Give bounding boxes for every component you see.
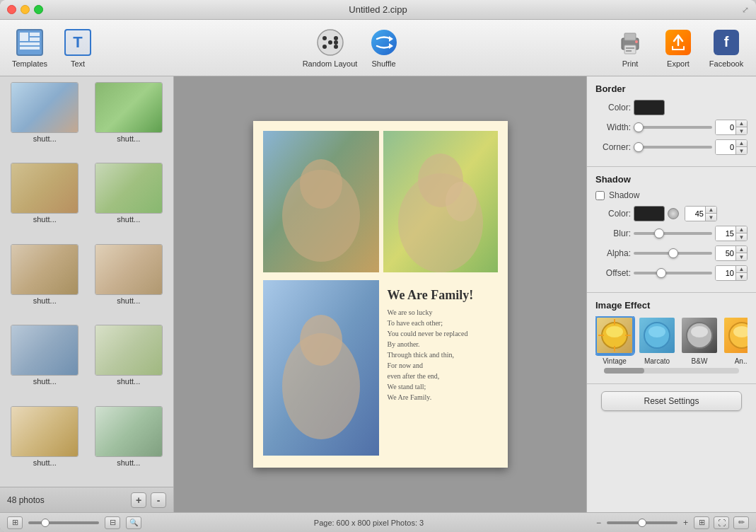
text-label: Text (71, 59, 85, 68)
facebook-icon: f (712, 28, 740, 57)
list-item[interactable]: shutt... (90, 325, 168, 400)
shadow-color-increment[interactable]: ▲ (706, 207, 716, 214)
shadow-alpha-decrement[interactable]: ▼ (736, 253, 747, 260)
traffic-lights (7, 5, 43, 14)
shuffle-icon (370, 28, 398, 57)
effect-marcato-item[interactable]: Marcato (638, 316, 676, 365)
svg-point-9 (322, 45, 327, 49)
border-corner-input-container: ▲ ▼ (715, 139, 748, 155)
shadow-blur-input[interactable] (716, 226, 735, 241)
shadow-color-value-input[interactable] (685, 207, 705, 221)
list-item[interactable]: shutt... (90, 82, 168, 157)
border-color-swatch[interactable] (634, 100, 665, 115)
grid-view-button[interactable]: ⊞ (694, 516, 709, 529)
photo-label: shutt... (33, 134, 57, 143)
shadow-alpha-increment[interactable]: ▲ (736, 246, 747, 253)
shadow-blur-decrement[interactable]: ▼ (736, 233, 747, 241)
border-width-label: Width: (595, 122, 631, 132)
list-item[interactable]: shutt... (6, 82, 84, 157)
border-width-increment[interactable]: ▲ (736, 120, 747, 127)
photo-slot-top-left[interactable] (263, 131, 379, 272)
view-mode-button-2[interactable]: ⊟ (105, 516, 120, 529)
remove-photo-button[interactable]: - (151, 492, 166, 508)
border-corner-input[interactable] (716, 140, 735, 154)
print-button[interactable]: Print (607, 23, 653, 73)
export-button[interactable]: Export (656, 23, 701, 73)
border-corner-slider[interactable] (634, 146, 712, 149)
list-item[interactable]: shutt... (6, 163, 84, 238)
shadow-offset-increment[interactable]: ▲ (736, 266, 747, 273)
shadow-offset-input[interactable] (716, 266, 735, 280)
photo-thumbnail (11, 406, 78, 457)
shadow-alpha-dot[interactable] (668, 208, 679, 219)
shadow-offset-decrement[interactable]: ▼ (736, 273, 747, 280)
border-width-decrement[interactable]: ▼ (736, 127, 747, 134)
effect-bw-item[interactable]: B&W (680, 316, 719, 365)
list-item[interactable]: shutt... (6, 244, 84, 319)
photo-label: shutt... (33, 458, 57, 467)
shadow-alpha-slider[interactable] (634, 252, 712, 255)
add-photo-button[interactable]: + (131, 492, 146, 508)
templates-button[interactable]: Templates (7, 23, 52, 73)
effect-other-item[interactable]: An... (723, 316, 748, 365)
right-panel: Border Color: Width: ▲ ▼ (586, 76, 756, 512)
sidebar: shutt... shutt... shutt... (0, 76, 174, 512)
list-item[interactable]: shutt... (90, 406, 168, 481)
photo-slot-top-right[interactable] (383, 131, 498, 272)
list-item[interactable]: shutt... (90, 244, 168, 319)
random-layout-label: Random Layout (303, 59, 358, 68)
photo-slot-bottom-left[interactable] (263, 280, 379, 456)
border-width-input[interactable] (716, 120, 735, 134)
shuffle-button[interactable]: Shuffle (361, 23, 407, 73)
edit-button[interactable]: ✏ (733, 516, 749, 529)
shadow-color-row: Color: ▲ ▼ (595, 206, 748, 221)
border-width-slider[interactable] (634, 126, 712, 129)
export-label: Export (667, 59, 690, 68)
list-item[interactable]: shutt... (90, 163, 168, 238)
page-canvas[interactable]: We Are Family! We are so luckyTo have ea… (253, 121, 508, 468)
random-layout-button[interactable]: Random Layout (302, 23, 359, 73)
facebook-button[interactable]: f Facebook (704, 23, 749, 73)
shadow-alpha-slider-container (634, 252, 712, 255)
export-icon (664, 28, 692, 57)
svg-point-30 (300, 315, 342, 366)
zoom-slider-left[interactable] (28, 521, 99, 524)
text-button[interactable]: T Text (55, 23, 100, 73)
shadow-blur-steppers: ▲ ▼ (735, 226, 747, 241)
shadow-blur-slider[interactable] (634, 232, 712, 235)
shadow-offset-slider[interactable] (634, 272, 712, 274)
zoom-fit-button[interactable]: 🔍 (126, 516, 141, 529)
effect-scrollbar-thumb (604, 368, 644, 374)
reset-settings-button[interactable]: Reset Settings (601, 391, 742, 411)
shadow-color-decrement[interactable]: ▼ (706, 214, 716, 221)
border-corner-decrement[interactable]: ▼ (736, 147, 747, 154)
photo-thumbnail (95, 244, 163, 295)
effect-marcato-label: Marcato (644, 357, 670, 365)
zoom-slider-right[interactable] (607, 521, 678, 524)
svg-rect-3 (20, 42, 40, 45)
shadow-color-swatch[interactable] (634, 206, 665, 221)
shadow-alpha-input[interactable] (716, 246, 735, 260)
poem-text-overlay[interactable]: We Are Family! We are so luckyTo have ea… (385, 285, 498, 405)
svg-point-20 (635, 40, 638, 43)
svg-point-40 (691, 326, 708, 337)
border-corner-increment[interactable]: ▲ (736, 140, 747, 147)
effect-vintage-item[interactable]: Vintage (595, 316, 634, 365)
view-mode-button-1[interactable]: ⊞ (7, 516, 23, 529)
shadow-title: Shadow (595, 174, 748, 185)
border-width-steppers: ▲ ▼ (735, 120, 747, 134)
minimize-button[interactable] (21, 5, 30, 14)
maximize-button[interactable] (34, 5, 43, 14)
shadow-offset-steppers: ▲ ▼ (735, 266, 747, 280)
effect-bw-label: B&W (692, 357, 708, 365)
border-corner-row: Corner: ▲ ▼ (595, 139, 748, 155)
status-plus-icon: + (683, 518, 688, 528)
list-item[interactable]: shutt... (6, 406, 84, 481)
list-item[interactable]: shutt... (6, 325, 84, 400)
shadow-blur-increment[interactable]: ▲ (736, 226, 747, 233)
close-button[interactable] (7, 5, 16, 14)
expand-button[interactable]: ⛶ (714, 516, 729, 529)
effect-scrollbar[interactable] (604, 368, 739, 374)
shadow-checkbox[interactable] (595, 191, 605, 200)
border-corner-steppers: ▲ ▼ (735, 140, 747, 154)
